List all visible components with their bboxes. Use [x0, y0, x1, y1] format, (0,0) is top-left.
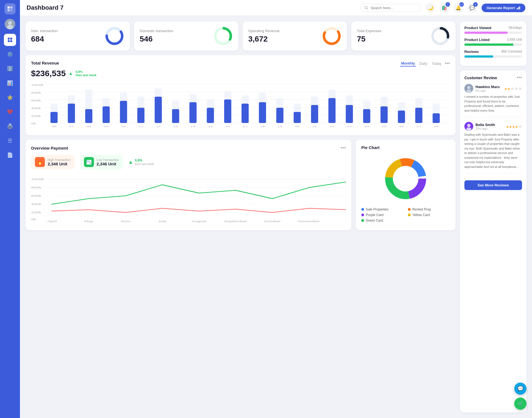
svg-text:08: 08: [86, 125, 91, 128]
svg-text:November: November: [298, 220, 320, 223]
svg-rect-67: [224, 99, 231, 123]
header-icons: 🌙 🛍️ 2 🔔 12 💬 5: [426, 3, 477, 13]
page-title: Dashboard 7: [27, 4, 356, 11]
svg-rect-100: [415, 108, 423, 123]
svg-rect-10: [10, 40, 12, 42]
stat-card-expenses: Total Expenses 75: [351, 21, 456, 51]
review-name-1: Bella Smith: [475, 123, 495, 127]
sidebar-item-dashboard[interactable]: [4, 34, 16, 46]
svg-rect-13: [517, 8, 518, 9]
chart-icon: [516, 6, 520, 10]
svg-rect-58: [172, 109, 179, 123]
metric-row-0: Product Viewed 561/days: [464, 26, 522, 34]
svg-text:26: 26: [399, 125, 404, 128]
svg-rect-103: [433, 113, 440, 123]
legend-green: Green Card: [361, 219, 403, 222]
revenue-tabs: Monthly Daily Today •••: [400, 61, 450, 66]
svg-rect-55: [155, 97, 162, 123]
tab-daily[interactable]: Daily: [418, 61, 428, 66]
svg-point-5: [8, 21, 12, 25]
stat-value-2: 3,672: [248, 35, 280, 43]
svg-text:800k: 800k: [31, 186, 41, 189]
svg-rect-46: [103, 106, 110, 123]
review-text-0: I viewed a number of properties with Jus…: [464, 94, 522, 113]
sidebar-item-info[interactable]: ℹ️: [4, 63, 16, 75]
svg-text:20: 20: [295, 125, 300, 128]
svg-rect-97: [398, 111, 405, 123]
tab-monthly[interactable]: Monthly: [400, 61, 416, 66]
revenue-more-options[interactable]: •••: [445, 61, 450, 66]
stat-value-3: 75: [357, 35, 381, 43]
sidebar-item-likes[interactable]: ❤️: [4, 106, 16, 118]
svg-rect-15: [519, 6, 520, 9]
pie-wrap: Sale Properties Rented Prop Purple Card: [361, 154, 450, 222]
svg-text:15: 15: [208, 125, 213, 128]
bell-icon-btn[interactable]: 🔔 12: [453, 3, 463, 13]
svg-text:October: October: [264, 220, 281, 223]
overview-pct: ▲ 0,8% than last week: [128, 155, 154, 169]
generate-report-button[interactable]: Generate Report: [482, 4, 525, 12]
svg-text:August: August: [191, 220, 206, 223]
sidebar-item-settings[interactable]: ⚙️: [4, 48, 16, 60]
reviews-header: Customer Review •••: [464, 75, 522, 81]
svg-rect-37: [50, 112, 58, 123]
legend-dot-sale: [361, 208, 364, 211]
pie-title: Pie Chart: [361, 145, 450, 150]
svg-rect-43: [85, 109, 92, 123]
review-item-1: Bella Smith 20m ago ★★★★★ Dealing with S…: [464, 122, 522, 174]
svg-text:July: July: [158, 220, 167, 223]
support-float-button[interactable]: 💬: [514, 383, 526, 395]
search-box[interactable]: [360, 4, 421, 12]
reviews-more-options[interactable]: •••: [517, 75, 522, 81]
donut-3: [431, 26, 450, 46]
svg-rect-70: [242, 104, 249, 123]
up-arrow-icon: ▲: [68, 71, 73, 76]
stat-card-operating: Operating Revenue 3,672: [243, 21, 347, 51]
chat-icon-btn[interactable]: 💬 5: [467, 3, 477, 13]
svg-text:June: June: [120, 220, 131, 223]
svg-text:600k: 600k: [31, 99, 41, 102]
review-item-0: Hawkins Maru 5m ago ★★★★★ I viewed a num…: [464, 84, 522, 117]
overview-more-options[interactable]: •••: [341, 145, 346, 151]
legend-dot-green: [361, 219, 364, 222]
search-input[interactable]: [370, 6, 412, 10]
svg-text:0k: 0k: [31, 218, 36, 221]
metric-row-2: Reviews 456 Comment: [464, 50, 522, 58]
svg-point-134: [467, 124, 470, 127]
svg-text:22: 22: [330, 125, 334, 128]
progress-fill-0: [464, 32, 508, 34]
metrics-card: Product Viewed 561/days Product Listed 3…: [460, 21, 526, 66]
svg-rect-9: [8, 40, 10, 42]
high-transaction-box: 🔥 High Transaction 2,346 Unit: [31, 155, 75, 169]
sidebar-item-menu[interactable]: ☰: [4, 135, 16, 147]
progress-bar-1: [464, 43, 522, 46]
svg-text:19: 19: [278, 125, 282, 128]
svg-text:07: 07: [69, 125, 73, 128]
svg-text:1000k: 1000k: [31, 178, 44, 181]
legend-yellow: Yellow Card: [408, 213, 450, 217]
sidebar-item-print[interactable]: 🖨️: [4, 120, 16, 132]
svg-point-132: [466, 89, 471, 93]
avatar[interactable]: [5, 19, 15, 29]
see-more-reviews-button[interactable]: See More Reviews: [464, 180, 522, 190]
sidebar-item-analytics[interactable]: 📊: [4, 77, 16, 89]
legend-sale: Sale Properties: [361, 207, 403, 211]
svg-point-135: [466, 127, 471, 131]
tab-today[interactable]: Today: [431, 61, 443, 66]
cart-float-button[interactable]: 🛒: [514, 398, 526, 410]
svg-rect-73: [259, 102, 266, 123]
progress-fill-1: [464, 43, 513, 46]
sidebar-logo[interactable]: [4, 3, 16, 14]
low-label: Low Transaction: [97, 158, 119, 161]
svg-rect-2: [7, 9, 10, 11]
cart-icon-btn[interactable]: 🛍️ 2: [439, 3, 449, 13]
legend-rented: Rented Prop: [408, 207, 450, 211]
sidebar-item-documents[interactable]: 📄: [4, 149, 16, 161]
sidebar-item-favorites[interactable]: ⭐: [4, 91, 16, 104]
dark-mode-toggle[interactable]: 🌙: [426, 3, 436, 13]
svg-text:24: 24: [364, 125, 369, 128]
svg-rect-76: [276, 108, 283, 123]
stat-label-2: Operating Revenue: [248, 29, 280, 33]
review-text-1: Dealing with Syamsudin and Bakri was a j…: [464, 132, 522, 169]
main-area: Dashboard 7 🌙 🛍️ 2 🔔 12 💬 5 Ge: [20, 0, 532, 418]
